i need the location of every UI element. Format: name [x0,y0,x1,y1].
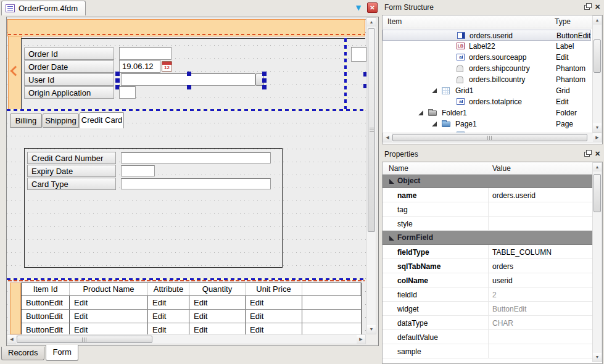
scroll-thumb[interactable] [594,39,601,73]
tree-item-orders-totalprice[interactable]: aorders.totalpriceEdit [383,96,591,107]
document-tab-orderform[interactable]: OrderForm.4fdm [1,1,86,15]
table-cell[interactable]: ButtonEdit [22,310,70,323]
table-cell[interactable]: Edit [246,296,302,309]
prop-value[interactable]: orders [492,262,513,271]
prop-row-colName[interactable]: colNameuserid [383,273,592,287]
selection-handle[interactable] [262,78,267,83]
filter-triangle-icon[interactable]: ▼ [354,2,363,12]
table-cell[interactable]: Edit [246,310,302,323]
selection-handle[interactable] [262,85,267,89]
table-cell[interactable]: ButtonEdit [22,296,70,309]
tree-item-Label22[interactable]: LBLabel22Label [383,41,591,52]
clipped-field[interactable] [351,47,366,62]
orderdate-field[interactable]: 19.06.12 [119,60,160,73]
properties-vscrollbar[interactable]: ▲▼ [592,162,602,362]
table-cell[interactable]: Edit [189,296,246,309]
scroll-arrow-icon[interactable]: ▲ [593,163,602,172]
float-panel-icon[interactable] [584,152,590,157]
prop-row-dataType[interactable]: dataTypeCHAR [383,316,592,330]
canvas-vscrollbar[interactable]: ▲▼ [366,17,376,334]
prop-row-fieldId[interactable]: fieldId2 [383,287,592,302]
tree-item-orders-billcountry[interactable]: orders.billcountryPhantom [383,74,591,85]
table-cell[interactable]: Edit [246,323,302,334]
table-cell[interactable] [302,310,361,323]
selection-handle[interactable] [115,78,120,83]
column-header-name[interactable]: Name [389,164,408,173]
structure-column-headers[interactable]: Item Type [383,15,592,28]
prop-row-tag[interactable]: tag [383,202,592,217]
prop-group-formfield[interactable]: FormField [383,231,592,245]
prop-row-defaultValue[interactable]: defaultValue [383,330,592,344]
table-row[interactable]: ButtonEditEditEditEditEdit [22,296,361,310]
table-cell[interactable]: Edit [148,310,189,323]
table-header-cell[interactable]: Attribute [148,283,189,296]
expand-arrow-icon[interactable] [432,88,437,93]
prop-value[interactable]: userid [492,276,513,285]
prop-row-fieldType[interactable]: fieldTypeTABLE_COLUMN [383,245,592,259]
tree-item-Folder1[interactable]: Folder1Folder [383,107,591,118]
tree-item-orders-shipcountry[interactable]: orders.shipcountryPhantom [383,63,591,74]
prop-row-widget[interactable]: widgetButtonEdit [383,302,592,316]
scroll-arrow-icon[interactable]: ▼ [367,325,376,334]
scroll-arrow-icon[interactable]: ▼ [593,353,602,362]
table-header-cell[interactable]: Product Name [70,283,148,296]
scroll-arrow-icon[interactable]: ◀ [7,335,16,344]
table-header-cell[interactable]: Quantity [189,283,246,296]
cc-field-2[interactable] [121,178,271,189]
structure-vscrollbar[interactable]: ▲▼ [592,15,602,133]
prop-row-sqlTabName[interactable]: sqlTabNameorders [383,259,592,273]
tree-item-Page1[interactable]: Page1Page [383,118,591,130]
prop-value[interactable]: TABLE_COLUMN [492,248,552,257]
prop-value[interactable]: 2 [492,291,497,299]
prop-value[interactable]: ButtonEdit [492,305,526,313]
prop-row-name[interactable]: nameorders.userid [383,188,592,202]
prop-row-sample[interactable]: sample [383,344,592,358]
expand-arrow-icon[interactable] [418,110,423,115]
float-panel-icon[interactable] [584,5,590,10]
scroll-arrow-icon[interactable]: ▼ [593,123,602,132]
table-cell[interactable] [302,296,361,309]
canvas-hscrollbar[interactable]: ◀▶ [7,334,366,344]
calendar-icon[interactable]: 12 [162,61,172,72]
scroll-arrow-icon[interactable]: ▶ [357,335,365,344]
tree-item-orders-sourceapp[interactable]: aorders.sourceappEdit [383,52,591,63]
column-header-item[interactable]: Item [387,17,402,26]
table-cell[interactable] [302,323,361,334]
items-table[interactable]: Item IdProduct NameAttributeQuantityUnit… [21,283,362,334]
collapse-arrow-icon[interactable] [389,236,394,241]
prop-row-style[interactable]: style [383,217,592,231]
orderid-field[interactable] [119,47,172,60]
table-row[interactable]: ButtonEditEditEditEditEdit [22,323,361,334]
folder-tab-credit-card[interactable]: Credit Card [80,112,124,128]
prop-value[interactable]: orders.userid [492,191,536,200]
folder-tab-billing[interactable]: Billing [10,114,42,128]
folder-tab-shipping[interactable]: Shipping [43,114,79,128]
column-header-value[interactable]: Value [492,164,511,173]
scroll-thumb[interactable] [17,336,152,343]
cc-field-1[interactable] [121,165,155,176]
tree-item-orders-userid[interactable]: orders.useridButtonEdit [383,30,591,41]
prop-group-object[interactable]: Object [383,174,592,188]
cc-field-0[interactable] [121,152,271,163]
tree-item-Grid1[interactable]: Grid1Grid [383,85,591,96]
table-row[interactable]: ButtonEditEditEditEditEdit [22,310,361,323]
prop-value[interactable]: CHAR [492,319,513,328]
form-canvas[interactable]: Order IdOrder DateUser IdOrigin Applicat… [7,17,366,334]
scroll-arrow-icon[interactable]: ◀ [383,133,392,142]
scroll-thumb[interactable] [368,28,375,232]
scroll-arrow-icon[interactable]: ▲ [593,16,602,25]
originapp-field[interactable] [119,86,136,99]
selection-handle[interactable] [187,85,191,89]
table-header-cell[interactable] [302,283,361,296]
scroll-thumb[interactable] [594,174,601,212]
scroll-thumb[interactable] [392,134,587,141]
table-header-cell[interactable]: Unit Price [246,283,302,296]
table-header-cell[interactable]: Item Id [22,283,70,296]
scroll-arrow-icon[interactable]: ▲ [367,18,376,27]
properties-column-headers[interactable]: Name Value [383,162,592,175]
selection-handle[interactable] [187,72,191,76]
close-panel-icon[interactable]: ✕ [595,3,600,11]
table-cell[interactable]: Edit [70,323,148,334]
close-document-button[interactable]: ✕ [367,2,378,13]
table-cell[interactable]: Edit [148,296,189,309]
